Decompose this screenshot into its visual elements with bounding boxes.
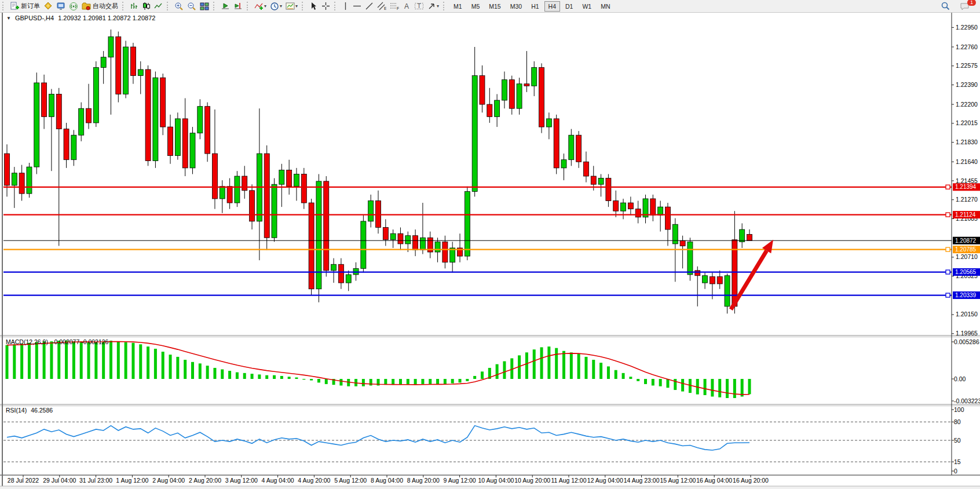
candle-bullish — [316, 181, 321, 289]
line-chart-button[interactable] — [152, 1, 164, 12]
cursor-button[interactable] — [308, 1, 320, 12]
price-tick-label: 1.22575 — [956, 62, 978, 69]
macd-bar — [711, 379, 714, 396]
candle-bearish — [338, 264, 343, 283]
level-handle[interactable] — [946, 185, 950, 189]
level-handle[interactable] — [946, 247, 950, 251]
autotrading-button[interactable]: 自动交易 — [80, 1, 120, 12]
timeframe-m30[interactable]: M30 — [506, 1, 526, 12]
vertical-line-button[interactable] — [340, 1, 351, 12]
price-badge-label: 1.21394 — [955, 184, 977, 190]
indicators-button[interactable]: ▾ — [253, 1, 268, 12]
toolbar-grip[interactable] — [334, 2, 338, 10]
search-button[interactable] — [939, 1, 952, 12]
text-label-button[interactable]: T — [412, 1, 426, 12]
equidistant-channel-button[interactable]: E — [375, 1, 388, 12]
macd-bar — [451, 379, 454, 384]
toolbar-grip[interactable] — [2, 2, 6, 10]
macd-bar — [622, 373, 625, 379]
candle-bullish — [361, 221, 366, 268]
candle-bearish — [42, 83, 47, 116]
horizontal-line-button[interactable] — [351, 1, 363, 12]
candle-bearish — [650, 199, 656, 215]
rsi-tick-label: 50 — [954, 437, 961, 444]
level-handle[interactable] — [946, 293, 950, 297]
timeframe-d1[interactable]: D1 — [561, 1, 577, 12]
rsi-indicator-label: RSI(14) 46.2586 — [6, 407, 53, 414]
line-chart-icon — [154, 2, 163, 10]
rsi-tick-label: 0 — [954, 468, 957, 475]
chevron-down-icon: ▾ — [280, 3, 282, 9]
time-tick-label: 31 Jul 23:00 — [79, 477, 112, 484]
macd-bar — [503, 362, 506, 379]
macd-bar — [265, 375, 268, 379]
macd-bar — [65, 341, 68, 379]
signals-button[interactable] — [67, 1, 80, 12]
toolbar-grip[interactable] — [247, 2, 251, 10]
chart-dropdown-icon[interactable]: ▼ — [6, 16, 11, 21]
time-tick-label: 3 Aug 12:00 — [225, 477, 258, 484]
candle-bullish — [368, 201, 374, 221]
new-order-label: 新订单 — [21, 2, 40, 10]
trendline-button[interactable] — [363, 1, 375, 12]
timeframe-m1[interactable]: M1 — [449, 1, 466, 12]
autotrading-icon — [82, 2, 91, 11]
macd-bar — [429, 379, 432, 384]
chart-title: ▼ GBPUSD-,H4 1.20932 1.20981 1.20872 1.2… — [6, 14, 155, 21]
candle-bullish — [123, 47, 129, 94]
toolbar-grip[interactable] — [302, 2, 306, 10]
templates-button[interactable]: ▾ — [284, 1, 299, 12]
macd-bar — [339, 379, 342, 385]
candle-bullish — [272, 184, 277, 238]
crosshair-button[interactable] — [320, 1, 332, 12]
zoom-out-button[interactable] — [185, 1, 198, 12]
price-tick-label: 1.22015 — [956, 119, 978, 126]
timeframe-h1[interactable]: H1 — [527, 1, 543, 12]
arrows-button[interactable]: ▾ — [426, 1, 441, 12]
price-tick-label: 1.21830 — [956, 138, 978, 145]
toolbar-grip[interactable] — [213, 2, 217, 10]
timeframe-m15[interactable]: M15 — [485, 1, 504, 12]
level-handle[interactable] — [946, 270, 950, 274]
macd-bar — [251, 374, 254, 379]
price-tick-label: 1.22390 — [956, 81, 978, 88]
timeframe-w1[interactable]: W1 — [578, 1, 595, 12]
chevron-down-icon: ▾ — [437, 3, 439, 9]
text-button[interactable]: A — [401, 1, 412, 12]
macd-bar — [481, 371, 484, 379]
auto-scroll-button[interactable] — [219, 1, 232, 12]
navigator-button[interactable] — [54, 1, 67, 12]
chevron-down-icon: ▾ — [295, 3, 298, 9]
timeframe-mn[interactable]: MN — [597, 1, 614, 12]
timeframe-h4[interactable]: H4 — [544, 1, 560, 12]
chart-shift-button[interactable] — [232, 1, 244, 12]
price-badge-label: 1.20785 — [955, 246, 977, 253]
macd-bar — [102, 341, 105, 379]
candle-bearish — [710, 277, 715, 284]
level-handle[interactable] — [946, 213, 950, 217]
toolbar-grip[interactable] — [122, 2, 126, 10]
macd-bar — [384, 379, 387, 385]
market-watch-button[interactable] — [42, 1, 54, 12]
toolbar-grip[interactable] — [443, 2, 447, 10]
candle-bearish — [576, 135, 582, 162]
toolbar-grip[interactable] — [167, 2, 171, 10]
candlestick-chart-button[interactable] — [140, 1, 152, 12]
rsi-tick-label: 100 — [954, 406, 964, 413]
time-tick-label: 29 Jul 04:00 — [43, 477, 76, 484]
fibonacci-button[interactable]: F — [388, 1, 401, 12]
new-order-button[interactable]: 新订单 — [8, 1, 42, 12]
tile-windows-button[interactable] — [198, 1, 211, 12]
notifications-button[interactable]: 1 — [958, 1, 972, 12]
bar-chart-button[interactable] — [128, 1, 140, 12]
macd-bar — [555, 348, 558, 379]
candle-bearish — [168, 127, 173, 156]
chart-canvas[interactable]: 1.229501.227601.225751.223901.222001.220… — [0, 0, 980, 489]
zoom-in-button[interactable] — [173, 1, 185, 12]
tile-windows-icon — [200, 2, 209, 11]
price-tick-label: 1.20150 — [956, 311, 978, 318]
timeframe-m5[interactable]: M5 — [467, 1, 484, 12]
indicators-icon — [254, 2, 264, 11]
macd-bar — [6, 345, 9, 379]
periods-button[interactable]: ▾ — [268, 1, 284, 12]
